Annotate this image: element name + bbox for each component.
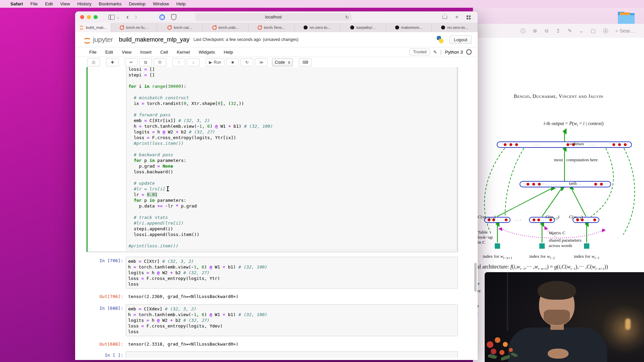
preview-toolbar: ⓘ⊕⊖↥✎⌄▢Ⓐ⌕ Sear… [473,24,644,38]
jupyter-menu-widgets[interactable]: Widgets [199,50,215,55]
sidebar-icon[interactable] [108,15,115,20]
password-extension-icon[interactable] [159,14,165,20]
close-button[interactable] [80,15,84,19]
notebook-body: lossi = []stepi = [] for i in range(3000… [75,67,475,358]
tab-label: torch.unbi... [219,25,239,29]
menubar-item-develop[interactable]: Develop [125,1,149,6]
pytorch-favicon [258,25,262,30]
menubar-item-help[interactable]: Help [173,1,190,6]
code-cell-empty[interactable]: In [ ]: [86,351,458,358]
safari-tab-3[interactable]: torch.cat... [157,23,203,32]
safari-tab-2[interactable]: torch.nn.fu... [111,23,157,32]
safari-window: ⌄ ‹ › localhost ↻ + build_mak...torch.nn… [75,11,478,360]
code-editor[interactable]: emb = C[Xdev] # (32, 3, 2)h = torch.tanh… [128,306,455,335]
jupyter-menu-kernel[interactable]: Kernel [177,50,190,55]
back-button[interactable]: ‹ [126,14,128,20]
jupyter-menu-file[interactable]: File [89,50,97,55]
divider: | [440,49,442,55]
table-lookup-label: Tablelook−upin C [478,230,493,245]
safari-tab-4[interactable]: torch.unbi... [203,23,249,32]
safari-tab-5[interactable]: torch.Tens... [249,23,294,32]
zoom-in-icon[interactable]: ⊕ [533,28,537,34]
safari-tab-7[interactable]: karpathy/... [340,23,386,32]
safari-tab-9[interactable]: nn-zero-to... [432,23,478,32]
chevron-down-icon[interactable]: ⌄ [579,28,584,34]
search-field[interactable]: ⌕ Sear… [615,28,635,34]
safari-titlebar: ⌄ ‹ › localhost ↻ + [75,11,478,23]
minimize-button[interactable] [87,15,91,19]
copy-cell-button[interactable]: ⧉ [139,58,152,66]
code-cell-training-loop[interactable]: lossi = []stepi = [] for i in range(3000… [86,67,458,252]
tanh-label: tanh [569,181,577,186]
stop-button[interactable]: ■ [226,58,239,66]
restart-kernel-button[interactable]: ↻ [240,58,253,66]
command-palette-button[interactable]: ⌨ [299,58,312,66]
run-button[interactable]: ▶ Run [206,58,224,66]
code-cell-688[interactable]: In [688]: emb = C[Xdev] # (32, 3, 2)h = … [86,304,458,336]
move-cell-up-button[interactable]: ↑ [172,58,185,66]
menubar-item-bookmarks[interactable]: Bookmarks [95,1,125,6]
notebook-title[interactable]: build_makemore_mlp_yay [119,36,190,43]
trusted-badge[interactable]: Trusted [410,49,430,55]
menubar-item-window[interactable]: Window [149,1,173,6]
shield-extension-icon[interactable] [171,14,176,20]
address-bar[interactable]: localhost ↻ [195,13,352,21]
annotate-icon[interactable]: Ⓐ [603,28,608,34]
kernel-name[interactable]: Python 3 [445,50,463,55]
zoom-out-icon[interactable]: ⊖ [544,28,549,34]
paste-cell-button[interactable]: ⎘ [154,58,166,66]
chevron-down-icon[interactable]: ⌄ [117,15,119,19]
safari-tab-1[interactable]: build_mak... [75,23,111,32]
menubar-item-file[interactable]: File [27,1,42,6]
menubar-item-safari[interactable]: Safari [7,1,27,6]
svg-text:· · ·: · · · [585,218,590,222]
unsaved-status: (unsaved changes) [263,37,298,42]
safari-tab-8[interactable]: makemore... [386,23,432,32]
cell-type-select[interactable]: Code [272,58,293,66]
menubar-item-edit[interactable]: Edit [41,1,56,6]
tab-label: nn-zero-to... [447,25,468,29]
maximize-button[interactable] [94,15,98,19]
share-icon[interactable]: ↥ [556,28,560,34]
jupyter-menu-insert[interactable]: Insert [140,50,152,55]
tab-overview-icon[interactable] [467,15,468,17]
folder-icon[interactable] [618,12,635,24]
save-button[interactable]: ⎙ [87,58,100,66]
jupyter-logo[interactable]: jupyter [83,36,113,44]
jupyter-menu-view[interactable]: View [122,50,131,55]
menubar-item-view[interactable]: View [57,1,74,6]
move-cell-down-button[interactable]: ↓ [187,58,200,66]
crop-icon[interactable]: ▢ [591,28,596,34]
select-arrows-icon [288,61,290,64]
python-logo-icon [436,36,444,44]
safari-tab-6[interactable]: nn-zero-to... [294,23,340,32]
jupyter-toolbar: ⎙ ✚ ✂ ⧉ ⎘ ↑ ↓ ▶ Run ■ ↻ ≫ Code [75,57,478,68]
reload-icon[interactable]: ↻ [345,15,349,20]
add-cell-button[interactable]: ✚ [106,58,119,66]
forward-button[interactable]: › [135,14,137,20]
scrollbar[interactable] [474,263,477,292]
share-icon[interactable] [442,15,447,19]
code-cell-706[interactable]: In [706]: emb = C[Xtr] # (32, 3, 2)h = t… [86,257,458,289]
output-text: tensor(2.3318, grad_fn=<NllLossBackward0… [126,340,458,347]
svg-text:· · ·: · · · [533,143,539,147]
jupyter-menu-edit[interactable]: Edit [105,50,113,55]
empty-code-editor[interactable] [126,351,458,358]
restart-run-all-button[interactable]: ≫ [255,58,268,66]
svg-text:· · ·: · · · [551,182,556,186]
jupyter-menu-cell[interactable]: Cell [160,50,168,55]
logout-button[interactable]: Logout [449,36,472,44]
lamp [625,318,631,330]
pytorch-favicon [120,25,124,30]
info-icon[interactable]: ⓘ [521,28,526,34]
new-tab-button[interactable]: + [455,14,459,20]
code-editor[interactable]: lossi = []stepi = [] for i in range(3000… [128,67,455,249]
edit-title-icon[interactable]: ✎ [433,50,437,55]
code-editor[interactable]: emb = C[Xtr] # (32, 3, 2)h = torch.tanh(… [128,258,455,287]
menubar-item-history[interactable]: History [74,1,95,6]
svg-text:· · ·: · · · [590,143,595,147]
markup-icon[interactable]: ✎ [568,28,572,34]
input-prompt: In [688]: [86,304,126,336]
cut-cell-button[interactable]: ✂ [125,58,138,66]
jupyter-menu-help[interactable]: Help [224,50,233,55]
